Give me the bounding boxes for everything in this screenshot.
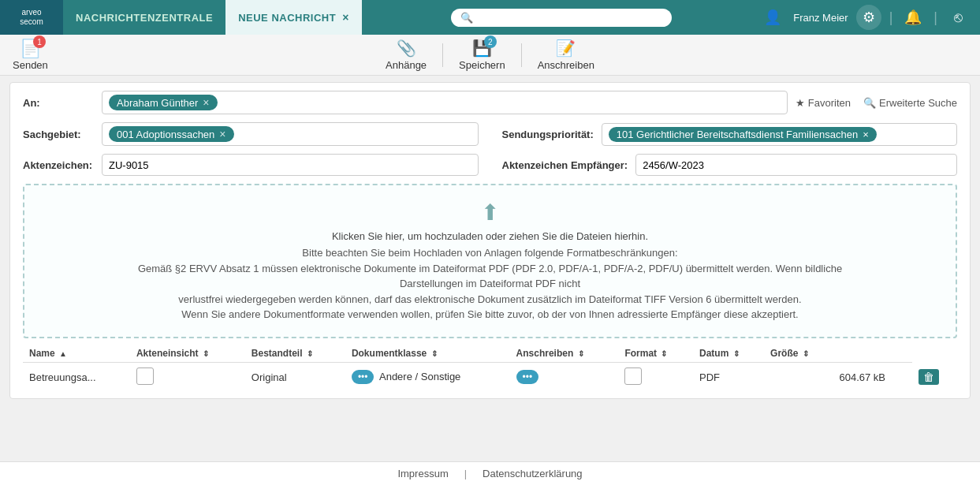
star-icon: ★: [796, 97, 805, 109]
table-header: Name ▲ Akteneinsicht ⇕ Bestandteil ⇕ Dok…: [23, 345, 957, 363]
to-row: An: Abraham Günther × ★ Favoriten 🔍 Erwe…: [23, 91, 957, 114]
to-tag: Abraham Günther ×: [109, 95, 218, 110]
subscribe-label: Anschreiben: [538, 59, 594, 71]
delete-button[interactable]: 🗑: [919, 369, 939, 385]
advanced-search-label: Erweiterte Suche: [879, 97, 957, 109]
toolbar: 📄 1 Senden 📎 Anhänge 💾 2 Speichern 📝 Ans…: [0, 35, 980, 76]
cell-name: Betreuungsa...: [23, 362, 130, 392]
search-wrap: 🔍: [451, 9, 672, 27]
priority-label: Sendungspriorität:: [502, 129, 594, 140]
logout-icon[interactable]: ⎋: [945, 5, 971, 30]
tab-neue-nachricht[interactable]: NEUE NACHRICHT ×: [225, 0, 362, 35]
search-icon-small: 🔍: [863, 97, 876, 109]
logo-line2: secom: [20, 17, 43, 27]
favorites-button[interactable]: ★ Favoriten: [796, 97, 851, 109]
send-label: Senden: [13, 59, 48, 71]
save-button[interactable]: 💾 2 Speichern: [459, 39, 505, 71]
file-table: Name ▲ Akteneinsicht ⇕ Bestandteil ⇕ Dok…: [23, 345, 957, 392]
table-body: Betreuungsa... Original ••• Andere / Son…: [23, 362, 957, 392]
col-format[interactable]: Format ⇕: [618, 345, 693, 363]
subject-col: Sachgebiet: 001 Adoptionssachen ×: [23, 122, 479, 146]
attachments-label: Anhänge: [386, 59, 427, 71]
upload-sub-text: Bitte beachten Sie beim Hochladen von An…: [136, 245, 845, 323]
to-tag-remove[interactable]: ×: [203, 96, 209, 109]
attachments-button[interactable]: 📎 Anhänge: [386, 39, 427, 71]
bell-icon[interactable]: 🔔: [900, 5, 926, 30]
priority-tag-text: 101 Gerichtlicher Bereitschaftsdienst Fa…: [617, 129, 858, 140]
top-navigation: arveo secom NACHRICHTENZENTRALE NEUE NAC…: [0, 0, 980, 35]
advanced-search-button[interactable]: 🔍 Erweiterte Suche: [863, 97, 957, 109]
to-label: An:: [23, 97, 94, 109]
col-anschreiben[interactable]: Anschreiben ⇕: [510, 345, 619, 363]
priority-col: Sendungspriorität: 101 Gerichtlicher Ber…: [486, 123, 958, 146]
nav-separator-2: |: [933, 9, 937, 26]
to-tag-text: Abraham Günther: [117, 97, 198, 109]
ref-recipient-col: Aktenzeichen Empfänger:: [486, 154, 958, 176]
col-groesse[interactable]: Größe ⇕: [764, 345, 833, 363]
datenschutz-link[interactable]: Datenschutzerklärung: [483, 468, 582, 479]
col-datum[interactable]: Datum ⇕: [693, 345, 764, 363]
save-badge: 2: [484, 35, 497, 48]
priority-tag-remove[interactable]: ×: [863, 129, 869, 140]
tab-nachrichtenzentrale[interactable]: NACHRICHTENZENTRALE: [63, 0, 225, 35]
ref-col: Aktenzeichen:: [23, 154, 479, 176]
subscribe-icon: 📝: [556, 39, 576, 58]
search-input[interactable]: [478, 12, 662, 24]
impressum-link[interactable]: Impressum: [397, 468, 448, 479]
priority-tag: 101 Gerichtlicher Bereitschaftsdienst Fa…: [609, 127, 877, 142]
subscribe-button[interactable]: 📝 Anschreiben: [538, 39, 594, 71]
toolbar-center: 📎 Anhänge 💾 2 Speichern 📝 Anschreiben: [386, 39, 594, 71]
col-akteneinsicht[interactable]: Akteneinsicht ⇕: [130, 345, 245, 363]
akteneinsicht-checkbox[interactable]: [136, 367, 154, 385]
ref-recipient-input[interactable]: [635, 154, 957, 176]
anschreiben-dots[interactable]: •••: [516, 370, 539, 384]
cell-format-checkbox[interactable]: [618, 362, 693, 392]
ref-recipient-label: Aktenzeichen Empfänger:: [502, 159, 628, 171]
cell-akteneinsicht[interactable]: [130, 362, 245, 392]
send-badge: 1: [33, 35, 46, 48]
cell-anschreiben[interactable]: •••: [510, 362, 619, 392]
cell-datum: [764, 362, 833, 392]
subject-label: Sachgebiet:: [23, 129, 94, 140]
favorites-label: Favoriten: [808, 97, 851, 109]
user-name: Franz Meier: [793, 12, 848, 24]
logo-line1: arveo: [20, 8, 43, 17]
subject-tag-remove[interactable]: ×: [219, 128, 225, 140]
send-icon-wrap: 📄 1: [20, 39, 41, 59]
cell-bestandteil: Original: [245, 362, 345, 392]
upload-icon: ⬆: [481, 200, 499, 226]
cell-format-value: PDF: [693, 362, 764, 392]
toolbar-separator-2: [521, 43, 522, 67]
user-avatar-icon[interactable]: 👤: [760, 5, 785, 30]
cell-groesse: 604.67 kB: [833, 362, 912, 392]
to-input[interactable]: Abraham Günther ×: [102, 91, 788, 114]
col-actions: [833, 345, 912, 363]
table-row: Betreuungsa... Original ••• Andere / Son…: [23, 362, 957, 392]
toolbar-separator-1: [442, 43, 443, 67]
col-name[interactable]: Name ▲: [23, 345, 130, 363]
dokumentklasse-dots[interactable]: •••: [352, 370, 374, 384]
cell-delete[interactable]: 🗑: [912, 362, 957, 392]
subject-input[interactable]: 001 Adoptionssachen ×: [102, 122, 479, 146]
format-checkbox[interactable]: [624, 367, 642, 385]
page-footer: Impressum | Datenschutzerklärung: [0, 461, 980, 485]
close-tab-icon[interactable]: ×: [342, 11, 349, 24]
send-button[interactable]: 📄 1 Senden: [13, 39, 48, 71]
save-label: Speichern: [459, 59, 505, 71]
col-bestandteil[interactable]: Bestandteil ⇕: [245, 345, 345, 363]
nav-separator-1: |: [889, 9, 893, 26]
main-content: An: Abraham Günther × ★ Favoriten 🔍 Erwe…: [9, 82, 971, 399]
ref-row: Aktenzeichen: Aktenzeichen Empfänger:: [23, 154, 957, 176]
subject-tag-text: 001 Adoptionssachen: [117, 129, 214, 140]
priority-input[interactable]: 101 Gerichtlicher Bereitschaftsdienst Fa…: [602, 123, 957, 146]
settings-icon[interactable]: ⚙: [856, 5, 881, 30]
search-icon: 🔍: [460, 12, 473, 24]
subject-tag: 001 Adoptionssachen ×: [109, 126, 234, 142]
ref-label: Aktenzeichen:: [23, 159, 94, 171]
col-dokumentklasse[interactable]: Dokumentklasse ⇕: [345, 345, 510, 363]
upload-zone[interactable]: ⬆ Klicken Sie hier, um hochzuladen oder …: [23, 184, 957, 338]
attachments-icon: 📎: [397, 39, 416, 58]
nav-right: 👤 Franz Meier ⚙ | 🔔 | ⎋: [760, 5, 980, 30]
footer-separator: |: [464, 468, 467, 479]
ref-input[interactable]: [102, 154, 479, 176]
